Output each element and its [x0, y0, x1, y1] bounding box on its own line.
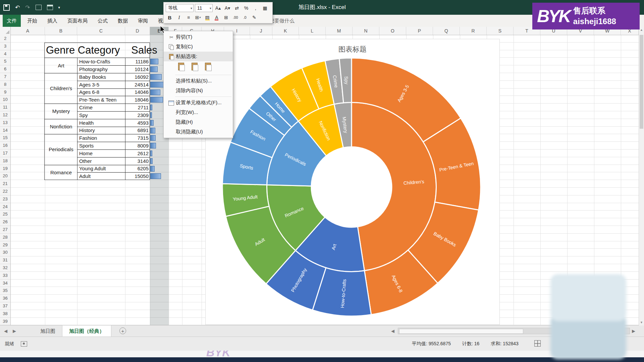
row-header-38[interactable]: 38 — [0, 310, 10, 318]
category-cell[interactable]: Spy — [79, 111, 124, 119]
sales-cell[interactable]: 2711 — [125, 104, 149, 111]
sales-cell[interactable]: 14046 — [125, 88, 149, 96]
row-header-18[interactable]: 18 — [0, 157, 10, 165]
row-header-4[interactable]: 4 — [0, 50, 10, 58]
row-header-24[interactable]: 24 — [0, 203, 10, 211]
font-size-select[interactable]: 11▾ — [195, 4, 213, 12]
font-color-icon[interactable]: A — [213, 14, 221, 21]
sheet-tab-0[interactable]: 旭日图 — [34, 325, 62, 337]
row-header-22[interactable]: 22 — [0, 188, 10, 195]
row-header-30[interactable]: 30 — [0, 249, 10, 256]
normal-view-icon[interactable] — [534, 340, 541, 347]
row-header-19[interactable]: 19 — [0, 165, 10, 173]
menu-item-6[interactable]: 列宽(W)... — [164, 108, 233, 117]
percent-style-icon[interactable]: % — [242, 4, 250, 12]
sheet-prev-icon[interactable]: ◀ — [4, 325, 7, 337]
row-header-17[interactable]: 17 — [0, 149, 10, 157]
row-header-5[interactable]: 5 — [0, 58, 10, 65]
sales-cell[interactable]: 11186 — [125, 58, 149, 65]
row-header-11[interactable]: 11 — [0, 104, 10, 111]
row-header-28[interactable]: 28 — [0, 234, 10, 241]
row-header-14[interactable]: 14 — [0, 127, 10, 134]
column-header-K[interactable]: K — [272, 27, 299, 35]
category-cell[interactable]: Pre-Teen & Teen — [79, 96, 124, 104]
comma-style-icon[interactable]: , — [252, 4, 260, 12]
category-cell[interactable]: Baby Books — [79, 73, 124, 81]
row-header-31[interactable]: 31 — [0, 256, 10, 264]
category-cell[interactable]: Young Adult — [79, 165, 124, 173]
menu-item-4[interactable]: 清除内容(N) — [164, 86, 233, 96]
menu-item-2[interactable]: 粘贴选项: — [164, 52, 233, 61]
sunburst-chart[interactable]: 图表标题 Children'sAges 3-5Pre-Teen & TeenBa… — [205, 39, 500, 325]
tab-file[interactable]: 文件 — [3, 15, 21, 27]
row-header-3[interactable]: 3 — [0, 43, 10, 50]
genre-cell-4[interactable]: Periodicals — [45, 134, 77, 165]
row-header-6[interactable]: 6 — [0, 65, 10, 73]
ribbon-tab-3[interactable]: 公式 — [93, 15, 113, 27]
category-cell[interactable]: Fashion — [79, 134, 124, 142]
category-cell[interactable]: Other — [79, 157, 124, 165]
hscroll-left-icon[interactable]: ◀ — [391, 325, 394, 337]
decrease-font-icon[interactable]: A▾ — [223, 4, 231, 12]
row-header-23[interactable]: 23 — [0, 195, 10, 203]
row-header-37[interactable]: 37 — [0, 302, 10, 310]
sheet-tab-1[interactable]: 旭日图（经典） — [62, 325, 111, 337]
select-all-corner[interactable] — [0, 27, 11, 35]
row-header-39[interactable]: 39 — [0, 318, 10, 325]
macro-record-icon[interactable] — [21, 341, 27, 347]
row-header-10[interactable]: 10 — [0, 96, 10, 104]
ribbon-tab-1[interactable]: 插入 — [42, 15, 62, 27]
sales-cell[interactable]: 18046 — [125, 96, 149, 104]
merge-cells-icon[interactable]: ⊞ — [222, 14, 230, 21]
sales-cell[interactable]: 2309 — [125, 111, 149, 119]
category-cell[interactable]: Crime — [79, 104, 124, 111]
brush-icon[interactable]: ✎ — [250, 14, 258, 21]
category-cell[interactable]: History — [79, 127, 124, 134]
row-header-13[interactable]: 13 — [0, 119, 10, 127]
scroll-up-icon[interactable]: ▲ — [639, 27, 644, 33]
genre-cell-0[interactable]: Art — [45, 58, 77, 73]
add-sheet-button[interactable]: + — [119, 327, 126, 334]
column-header-O[interactable]: O — [379, 27, 406, 35]
sales-cell[interactable]: 10124 — [125, 65, 149, 73]
row-header-36[interactable]: 36 — [0, 295, 10, 302]
italic-icon[interactable]: I — [175, 14, 183, 21]
horizontal-scroll-thumb[interactable] — [399, 329, 523, 334]
row-header-15[interactable]: 15 — [0, 134, 10, 142]
paste-option-button-1[interactable] — [191, 63, 199, 71]
row-header-2[interactable]: 2 — [0, 35, 10, 43]
paste-option-button-2[interactable] — [204, 63, 213, 71]
decrease-decimal-icon[interactable]: .0 — [241, 14, 249, 21]
category-cell[interactable]: Home — [79, 149, 124, 157]
ribbon-tab-4[interactable]: 数据 — [113, 15, 133, 27]
column-header-D[interactable]: D — [125, 27, 150, 35]
category-cell[interactable]: Sports — [79, 142, 124, 149]
row-header-12[interactable]: 12 — [0, 111, 10, 119]
menu-item-0[interactable]: ✂剪切(T) — [164, 32, 233, 42]
row-header-35[interactable]: 35 — [0, 287, 10, 295]
row-header-20[interactable]: 20 — [0, 172, 10, 180]
category-cell[interactable]: Ages 3-5 — [79, 81, 124, 88]
sales-cell[interactable]: 3140 — [125, 157, 149, 165]
menu-item-1[interactable]: 复制(C) — [164, 42, 233, 52]
row-header-21[interactable]: 21 — [0, 180, 10, 188]
column-header-J[interactable]: J — [250, 27, 272, 35]
bold-icon[interactable]: B — [166, 14, 174, 21]
paste-option-button-0[interactable] — [177, 63, 186, 71]
row-header-7[interactable]: 7 — [0, 73, 10, 81]
fill-color-icon[interactable]: ▨ — [203, 14, 211, 21]
center-align-icon[interactable]: ≡ — [184, 14, 193, 21]
scroll-down-icon[interactable]: ▼ — [639, 319, 644, 325]
genre-cell-3[interactable]: Nonfiction — [45, 119, 77, 134]
column-header-S[interactable]: S — [487, 27, 514, 35]
genre-cell-2[interactable]: Mystery — [45, 104, 77, 119]
category-cell[interactable]: Photography — [79, 65, 124, 73]
row-header-32[interactable]: 32 — [0, 264, 10, 272]
ribbon-tab-5[interactable]: 审阅 — [133, 15, 153, 27]
ribbon-tab-0[interactable]: 开始 — [22, 15, 42, 27]
merge-center-icon[interactable]: ▦ — [261, 4, 269, 12]
row-header-16[interactable]: 16 — [0, 142, 10, 149]
row-header-33[interactable]: 33 — [0, 272, 10, 280]
row-header-25[interactable]: 25 — [0, 210, 10, 218]
column-header-A[interactable]: A — [11, 27, 45, 35]
